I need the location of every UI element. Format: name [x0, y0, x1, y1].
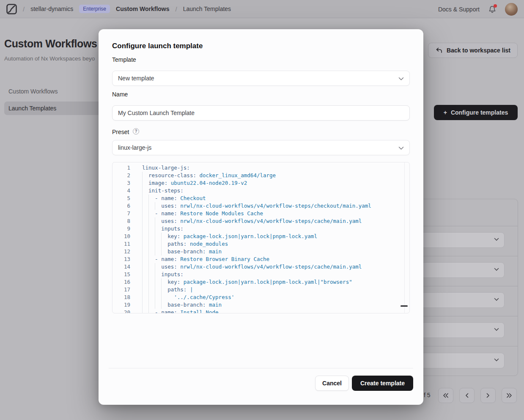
chevron-down-icon: [494, 358, 499, 362]
docs-support-link[interactable]: Docs & Support: [438, 6, 480, 13]
chevron-down-icon: [494, 268, 499, 271]
editor-scrollbar-track[interactable]: [404, 162, 405, 313]
yaml-code-editor[interactable]: 1linux-large-js:2 resource-class: docker…: [112, 162, 410, 313]
configure-templates-button[interactable]: + Configure templates: [434, 105, 518, 120]
indent-guide: [161, 294, 162, 301]
indent-guide: [148, 248, 149, 255]
indent-guide: [142, 294, 143, 301]
help-icon[interactable]: ?: [133, 128, 139, 135]
chevron-down-icon: [494, 328, 499, 331]
line-number: 19: [112, 301, 130, 309]
indent-guide: [155, 301, 155, 309]
preset-select[interactable]: linux-large-js: [112, 140, 410, 155]
line-number: 20: [112, 309, 130, 313]
pagination-last-button[interactable]: [502, 388, 517, 403]
indent-guide: [142, 172, 143, 179]
line-number: 7: [112, 210, 130, 217]
indent-guide: [155, 271, 155, 278]
indent-guide: [155, 217, 155, 225]
line-number: 12: [112, 248, 130, 255]
indent-guide: [142, 210, 143, 217]
indent-guide: [148, 271, 149, 278]
indent-guide: [155, 240, 155, 248]
indent-guide: [148, 217, 149, 225]
user-avatar[interactable]: [505, 3, 518, 16]
code-line: 19 base-branch: main: [112, 301, 409, 309]
code-line: 3 image: ubuntu22.04-node20.19-v2: [112, 179, 409, 187]
indent-guide: [142, 179, 143, 187]
pagination-first-button[interactable]: [438, 388, 453, 403]
pagination-next-button[interactable]: [480, 388, 496, 403]
breadcrumb-page[interactable]: Launch Templates: [183, 5, 231, 12]
code-line: 8 uses: nrwl/nx-cloud-workflows/v4/workf…: [112, 217, 409, 225]
back-to-workspace-list-button[interactable]: Back to workspace list: [428, 43, 518, 58]
code-line: 16 key: package-lock.json|yarn.lock|pnpm…: [112, 278, 409, 286]
line-number: 6: [112, 202, 130, 210]
indent-guide: [148, 294, 149, 301]
cancel-button[interactable]: Cancel: [315, 376, 349, 391]
chevron-down-icon: [494, 298, 499, 301]
navbar-right: Docs & Support: [438, 0, 518, 18]
name-input[interactable]: [112, 105, 410, 121]
pagination-prev-button[interactable]: [459, 388, 475, 403]
indent-guide: [161, 240, 162, 248]
breadcrumb: / stellar-dynamics Enterprise Custom Wor…: [6, 4, 231, 14]
code-line: 5 - name: Checkout: [112, 195, 409, 202]
sidebar-item-custom-workflows[interactable]: Custom Workflows: [8, 88, 58, 95]
sidebar-item-label: Launch Templates: [4, 105, 56, 112]
breadcrumb-section[interactable]: Custom Workflows: [116, 5, 170, 12]
double-chevron-right-icon: [506, 393, 513, 398]
indent-guide: [161, 286, 162, 294]
pagination-label: f 5: [424, 392, 431, 398]
chevron-down-icon: [398, 77, 404, 81]
code-line: 4 init-steps:: [112, 187, 409, 195]
code-line: 14 uses: nrwl/nx-cloud-workflows/v4/work…: [112, 263, 409, 271]
editor-scrollbar-thumb[interactable]: [401, 305, 408, 307]
line-number: 10: [112, 233, 130, 240]
preset-label: Preset: [112, 129, 129, 135]
indent-guide: [148, 210, 149, 217]
indent-guide: [155, 263, 155, 271]
indent-guide: [142, 255, 143, 263]
modal-footer-divider: [109, 368, 413, 368]
line-number: 13: [112, 255, 130, 263]
app-root: / stellar-dynamics Enterprise Custom Wor…: [0, 0, 524, 420]
code-line: 17 paths: |: [112, 286, 409, 294]
indent-guide: [155, 225, 155, 233]
indent-guide: [142, 233, 143, 240]
plus-icon: +: [444, 110, 447, 115]
nx-cloud-logo-icon[interactable]: [6, 4, 17, 14]
chevron-left-icon: [465, 393, 469, 398]
line-number: 3: [112, 179, 130, 187]
double-chevron-left-icon: [442, 393, 449, 398]
indent-guide: [142, 309, 143, 313]
modal-title: Configure launch template: [112, 42, 203, 50]
code-line: 15 inputs:: [112, 271, 409, 278]
indent-guide: [161, 278, 162, 286]
code-line: 12 base-branch: main: [112, 248, 409, 255]
breadcrumb-separator: /: [23, 5, 25, 13]
indent-guide: [148, 309, 149, 313]
indent-guide: [142, 263, 143, 271]
code-line: 13 - name: Restore Browser Binary Cache: [112, 255, 409, 263]
line-number: 16: [112, 278, 130, 286]
top-navbar: / stellar-dynamics Enterprise Custom Wor…: [0, 0, 524, 18]
configure-launch-template-modal: Configure launch template Template New t…: [99, 29, 423, 405]
breadcrumb-workspace[interactable]: stellar-dynamics: [30, 5, 73, 12]
create-template-button[interactable]: Create template: [352, 376, 413, 391]
line-number: 4: [112, 187, 130, 195]
indent-guide: [142, 278, 143, 286]
indent-guide: [142, 301, 143, 309]
indent-guide: [142, 271, 143, 278]
line-number: 5: [112, 195, 130, 202]
indent-guide: [161, 233, 162, 240]
notifications-bell-icon[interactable]: [488, 5, 497, 14]
undo-arrow-icon: [435, 47, 443, 54]
sidebar-item-launch-templates[interactable]: Launch Templates: [4, 102, 106, 115]
indent-guide: [142, 202, 143, 210]
indent-guide: [155, 233, 155, 240]
template-select[interactable]: New template: [112, 71, 410, 86]
code-line: 9 inputs:: [112, 225, 409, 233]
indent-guide: [142, 286, 143, 294]
notification-dot: [494, 4, 497, 8]
